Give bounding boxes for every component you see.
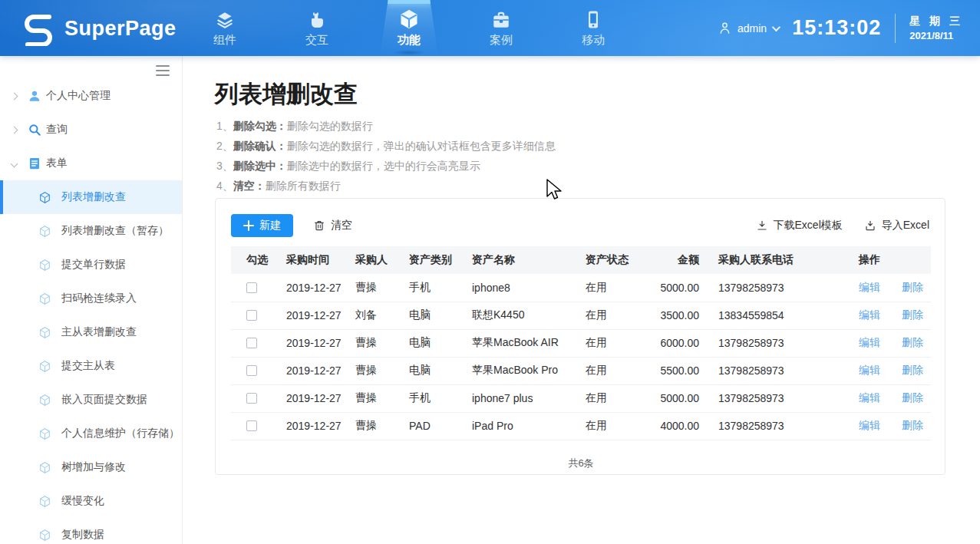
toolbar-right: 下载Excel模板 导入Excel	[756, 219, 929, 232]
row-checkbox[interactable]	[246, 420, 257, 431]
column-header: 资产名称	[463, 246, 576, 274]
edit-link[interactable]: 编辑	[859, 308, 880, 321]
sidebar-item-1[interactable]: 列表增删改查（暂存）	[0, 214, 182, 248]
edit-link[interactable]: 编辑	[859, 336, 880, 348]
cell-name: iPad Pro	[463, 412, 576, 440]
top-navbar: SuperPage 组件 交互 功能	[0, 0, 980, 56]
row-checkbox[interactable]	[246, 338, 257, 348]
row-checkbox[interactable]	[246, 365, 257, 376]
cell-name: 苹果MacBook AIR	[463, 329, 576, 357]
cell-amount: 6000.00	[655, 329, 701, 357]
delete-link[interactable]: 删除	[902, 336, 923, 348]
row-checkbox[interactable]	[246, 310, 257, 321]
cell-date: 2019-12-27	[277, 302, 346, 329]
table-toolbar: 新建 清空 下载Excel模板 导入Excel	[231, 214, 929, 237]
nav-item-mobile[interactable]: 移动	[564, 0, 622, 56]
cell-name: iphone8	[463, 274, 576, 302]
cell-name: 联想K4450	[463, 302, 576, 329]
sidebar-item-0[interactable]: 列表增删改查	[0, 180, 182, 214]
note-label: 清空：	[233, 180, 266, 192]
cell-amount: 4000.00	[655, 412, 701, 440]
chevron-down-icon	[772, 22, 780, 31]
sidebar-item-label: 提交单行数据	[61, 258, 126, 272]
note-num: 2、	[216, 140, 233, 152]
download-template-button[interactable]: 下载Excel模板	[756, 219, 843, 232]
nav-item-interaction[interactable]: 交互	[288, 0, 346, 56]
cell-date: 2019-12-27	[277, 412, 346, 440]
edit-link[interactable]: 编辑	[859, 391, 880, 404]
nav-item-features[interactable]: 功能	[380, 0, 438, 56]
note-line: 2、删除确认：删除勾选的数据行，弹出的确认对话框包含更多详细信息	[216, 136, 556, 156]
mobile-phone-icon	[584, 8, 602, 30]
cube-outline-icon	[38, 191, 51, 204]
cube-outline-icon	[38, 360, 51, 373]
sidebar-group-query[interactable]: 查询	[0, 113, 182, 147]
sidebar-group-forms[interactable]: 表单	[0, 147, 182, 180]
logo-text: SuperPage	[64, 17, 177, 41]
row-checkbox[interactable]	[246, 282, 257, 293]
sidebar-item-3[interactable]: 扫码枪连续录入	[0, 282, 182, 315]
nav-item-components[interactable]: 组件	[196, 0, 254, 56]
cube-outline-icon	[38, 529, 51, 542]
edit-link[interactable]: 编辑	[859, 419, 880, 431]
cell-buyer: 曹操	[346, 274, 400, 302]
sidebar-submenu-forms: 列表增删改查列表增删改查（暂存）提交单行数据扫码枪连续录入主从表增删改查提交主从…	[0, 180, 182, 544]
cell-buyer: 刘备	[346, 302, 400, 329]
cell-status: 在用	[576, 384, 655, 412]
delete-link[interactable]: 删除	[902, 419, 923, 431]
cell-name: 苹果MacBook Pro	[463, 357, 576, 384]
cube-outline-icon	[38, 259, 51, 272]
cell-amount: 5500.00	[655, 357, 701, 384]
sidebar-item-label: 缓慢变化	[61, 494, 104, 508]
sidebar-item-label: 列表增删改查（暂存）	[61, 224, 169, 238]
cell-date: 2019-12-27	[277, 357, 346, 384]
note-label: 删除确认：	[233, 140, 287, 152]
edit-link[interactable]: 编辑	[859, 281, 880, 293]
clear-button-label: 清空	[331, 219, 352, 232]
user-menu[interactable]: admin	[718, 21, 778, 35]
delete-link[interactable]: 删除	[902, 281, 923, 293]
table-footer-count: 共6条	[231, 457, 931, 470]
note-num: 1、	[216, 120, 233, 132]
import-excel-button[interactable]: 导入Excel	[864, 219, 929, 232]
sidebar-collapse-button[interactable]	[156, 65, 170, 79]
note-desc: 删除勾选的数据行	[287, 120, 373, 132]
sidebar-item-6[interactable]: 嵌入页面提交数据	[0, 383, 182, 417]
create-button-label: 新建	[259, 219, 281, 232]
sidebar-item-7[interactable]: 个人信息维护（行存储）	[0, 417, 182, 450]
edit-link[interactable]: 编辑	[859, 364, 880, 376]
sidebar-item-8[interactable]: 树增加与修改	[0, 450, 182, 484]
cube-outline-icon	[38, 427, 51, 440]
caret-right-icon	[11, 126, 18, 134]
sidebar: 个人中心管理 查询 表单 列表增删改查列表增删改查（暂存）提交单行数据扫码枪连续…	[0, 56, 183, 544]
note-line: 4、清空：删除所有数据行	[216, 176, 556, 196]
cell-status: 在用	[576, 274, 655, 302]
delete-link[interactable]: 删除	[902, 391, 923, 404]
sidebar-item-4[interactable]: 主从表增删改查	[0, 315, 182, 349]
logo[interactable]: SuperPage	[21, 11, 177, 46]
nav-item-cases[interactable]: 案例	[472, 0, 530, 56]
main-content: 列表增删改查 1、删除勾选：删除勾选的数据行2、删除确认：删除勾选的数据行，弹出…	[183, 56, 980, 544]
cell-date: 2019-12-27	[277, 329, 346, 357]
cell-category: 电脑	[400, 329, 463, 357]
row-checkbox[interactable]	[246, 393, 257, 404]
clock-divider	[895, 14, 896, 43]
nav-label: 案例	[490, 33, 513, 48]
sidebar-item-5[interactable]: 提交主从表	[0, 349, 182, 383]
create-button[interactable]: 新建	[231, 214, 293, 237]
weekday-label: 星 期 三	[909, 15, 963, 28]
delete-link[interactable]: 删除	[902, 364, 923, 376]
sidebar-group-personal-center[interactable]: 个人中心管理	[0, 79, 182, 113]
cell-phone: 13798258973	[701, 412, 841, 440]
column-header: 资产类别	[400, 246, 463, 274]
table-row: 2019-12-27曹操手机iphone8在用5000.001379825897…	[231, 274, 931, 302]
sidebar-item-label: 个人信息维护（行存储）	[61, 427, 180, 440]
column-header: 采购时间	[277, 246, 346, 274]
sidebar-item-9[interactable]: 缓慢变化	[0, 484, 182, 518]
cell-date: 2019-12-27	[277, 274, 346, 302]
sidebar-item-10[interactable]: 复制数据	[0, 518, 182, 544]
clear-button[interactable]: 清空	[313, 219, 352, 232]
column-header: 勾选	[231, 246, 277, 274]
delete-link[interactable]: 删除	[902, 308, 923, 321]
sidebar-item-2[interactable]: 提交单行数据	[0, 248, 182, 282]
